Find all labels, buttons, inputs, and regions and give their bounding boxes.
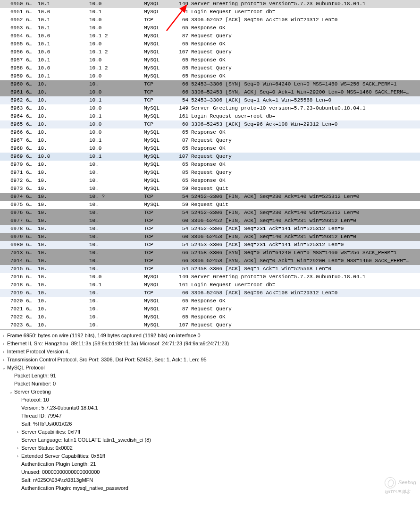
tree-row[interactable]: Packet Number: 0 [0,380,420,388]
tree-row[interactable]: ›Server Status: 0x0002 [0,444,420,452]
col-info: 3306→52453 [SYN, ACK] Seq=0 Ack=1 Win=29… [190,88,420,96]
packet-row[interactable]: 69736…10.10.MySQL59Request Quit [0,185,420,193]
tree-row[interactable]: ›Server Capabilities: 0xf7ff [0,428,420,436]
packet-row[interactable]: 69706…10.10.MySQL65Response OK [0,161,420,169]
col-time: 6… [26,104,38,112]
expand-icon[interactable]: › [14,452,21,460]
packet-row[interactable]: 69596…10.110.0MySQL65Response OK [0,72,420,80]
col-dest: 10.0 [89,273,144,281]
packet-row[interactable]: 69656…10.10.0TCP603306→52453 [ACK] Seq=9… [0,120,420,128]
packet-row[interactable]: 70186…10.10.1MySQL161Login Request user=… [0,281,420,289]
col-info: Request Query [190,48,420,56]
packet-row[interactable]: 69716…10.10.MySQL85Request Query [0,169,420,177]
tree-row[interactable]: ›Extended Server Capabilities: 0x81ff [0,452,420,460]
tree-row[interactable]: Packet Length: 91 [0,372,420,380]
col-info: Request Quit [190,201,420,209]
packet-row[interactable]: 69636…10.10.0MySQL149Server Greeting pro… [0,104,420,112]
packet-row[interactable]: 69616…10.10.0TCP663306→52453 [SYN, ACK] … [0,88,420,96]
packet-row[interactable]: 69646…10.10.1MySQL161Login Request user=… [0,112,420,120]
col-time: 6… [26,64,38,72]
col-source: 10. [38,313,89,321]
expand-icon[interactable]: › [0,348,7,356]
packet-row[interactable]: 69756…10.10.MySQL59Request Quit [0,201,420,209]
packet-row[interactable]: 69726…10.10.MySQL65Response OK [0,177,420,185]
packet-row[interactable]: 69586…10.010.1 2MySQL85Request Query [0,64,420,72]
tree-row[interactable]: Salt: %Hb'Us\001\026 [0,420,420,428]
expand-icon[interactable]: › [0,356,7,364]
packet-row[interactable]: 69606…10.10.TCP6652453→3306 [SYN] Seq=0 … [0,80,420,88]
col-info: Server Greeting proto=10 version=5.7.23-… [190,273,420,281]
tree-row[interactable]: ›Transmission Control Protocol, Src Port… [0,356,420,364]
packet-row[interactable]: 69576…10.110.0MySQL65Response OK [0,56,420,64]
col-dest: 10.0 [89,145,144,153]
packet-row[interactable]: 69516…10.010.1MySQL 1Login Request user=… [0,8,420,16]
collapse-icon[interactable]: ⌄ [0,364,7,372]
packet-row[interactable]: 69506…10.110.0MySQL149Server Greeting pr… [0,0,420,8]
col-time: 6… [26,321,38,329]
packet-list-pane[interactable]: 69506…10.110.0MySQL149Server Greeting pr… [0,0,420,329]
col-info: 52452→3306 [FIN, ACK] Seq=230 Ack=140 Wi… [190,209,420,217]
collapse-icon[interactable]: ⌄ [7,388,14,396]
tree-row[interactable]: Version: 5.7.23-0ubuntu0.18.04.1 [0,404,420,412]
packet-row[interactable]: 69536…10.110.0MySQL65Response OK [0,24,420,32]
col-protocol: TCP [144,217,171,225]
tree-row[interactable]: Protocol: 10 [0,396,420,404]
col-dest: 10. [89,169,144,177]
tree-row[interactable]: ⌄Server Greeting [0,388,420,396]
expand-icon[interactable]: › [14,444,21,452]
tree-row[interactable]: Unused: 00000000000000000000 [0,468,420,476]
packet-row[interactable]: 69806…10.10.TCP5452453→3306 [ACK] Seq=23… [0,241,420,249]
col-info: Response OK [190,72,420,80]
col-time: 6… [26,16,38,24]
col-time: 6… [26,72,38,80]
col-no: 7014 [0,257,26,265]
packet-row[interactable]: 70216…10.10.MySQL87Request Query [0,305,420,313]
packet-row[interactable]: 69566…10.010.1 2MySQL107Request Query [0,48,420,56]
col-time: 6… [26,32,38,40]
expand-icon[interactable]: › [0,332,7,340]
packet-row[interactable]: 69746…10.10. ?TCP5452452→3306 [FIN, ACK]… [0,193,420,201]
tree-row[interactable]: Authentication Plugin: mysql_native_pass… [0,484,420,492]
tree-row[interactable]: ⌄MySQL Protocol [0,364,420,372]
packet-row[interactable]: 70146…10.10.TCP663306→52458 [SYN, ACK] S… [0,257,420,265]
packet-row[interactable]: 69676…10.10.1MySQL87Request Query [0,137,420,145]
packet-row[interactable]: 70136…10.10.TCP6652458→3306 [SYN] Seq=0 … [0,249,420,257]
col-time: 6… [26,169,38,177]
tree-row[interactable]: Authentication Plugin Length: 21 [0,460,420,468]
tree-row[interactable]: Server Language: latin1 COLLATE latin1_s… [0,436,420,444]
packet-row[interactable]: 70166…10.10.0MySQL149Server Greeting pro… [0,273,420,281]
packet-row[interactable]: 69766…10.10.TCP5452452→3306 [FIN, ACK] S… [0,209,420,217]
col-no: 6950 [0,0,26,8]
packet-row[interactable]: 69776…10.10.TCP603306→52452 [FIN, ACK] S… [0,217,420,225]
packet-row[interactable]: 69626…10.10.1TCP5452453→3306 [ACK] Seq=1… [0,96,420,104]
packet-row[interactable]: 69796…10.10.TCP603306→52453 [FIN, ACK] S… [0,233,420,241]
packet-row[interactable]: 69696…10.010.1MySQL107Request Query [0,153,420,161]
packet-row[interactable]: 70206…10.10.MySQL65Response OK [0,297,420,305]
packet-row[interactable]: 70226…10.10.MySQL65Response OK [0,313,420,321]
packet-row[interactable]: 69526…10.110.0TCP603306→52452 [ACK] Seq=… [0,16,420,24]
col-length: 59 [171,185,190,193]
col-info: 52453→3306 [SYN] Seq=0 Win=64240 Len=0 M… [190,80,420,88]
col-source: 10. [38,273,89,281]
tree-row[interactable]: ›Internet Protocol Version 4, [0,348,420,356]
tree-row[interactable]: ›Frame 6950: bytes on wire (1192 bits), … [0,332,420,340]
packet-row[interactable]: 69686…10.10.0MySQL65Response OK [0,145,420,153]
packet-row[interactable]: 70156…10.10.TCP5452458→3306 [ACK] Seq=1 … [0,265,420,273]
packet-row[interactable]: 69546…10.010.1 2MySQL87Request Query [0,32,420,40]
tree-row[interactable]: Salt: n\025O\034\rz\0313gMFN [0,476,420,484]
expand-icon[interactable]: › [0,340,7,348]
tree-row[interactable]: ›Ethernet II, Src: Hangzhou_89:11:3a (58… [0,340,420,348]
ip-summary: Internet Protocol Version 4, [7,348,70,356]
packet-row[interactable]: 69786…10.10.TCP5452452→3306 [ACK] Seq=23… [0,225,420,233]
col-no: 6976 [0,209,26,217]
packet-row[interactable]: 70196…10.10.TCP603306→52458 [ACK] Seq=96… [0,289,420,297]
packet-details-pane[interactable]: ›Frame 6950: bytes on wire (1192 bits), … [0,329,420,497]
col-time: 6… [26,225,38,233]
packet-row[interactable]: 69666…10.10.0MySQL65Response OK [0,128,420,137]
tree-row[interactable]: Thread ID: 79947 [0,412,420,420]
packet-row[interactable]: 70236…10.10.MySQL107Request Query [0,321,420,329]
col-info: Request Query [190,321,420,329]
packet-row[interactable]: 69556…10.110.0MySQL65Response OK [0,40,420,48]
expand-icon[interactable]: › [14,428,21,436]
col-protocol: MySQL [144,72,171,80]
